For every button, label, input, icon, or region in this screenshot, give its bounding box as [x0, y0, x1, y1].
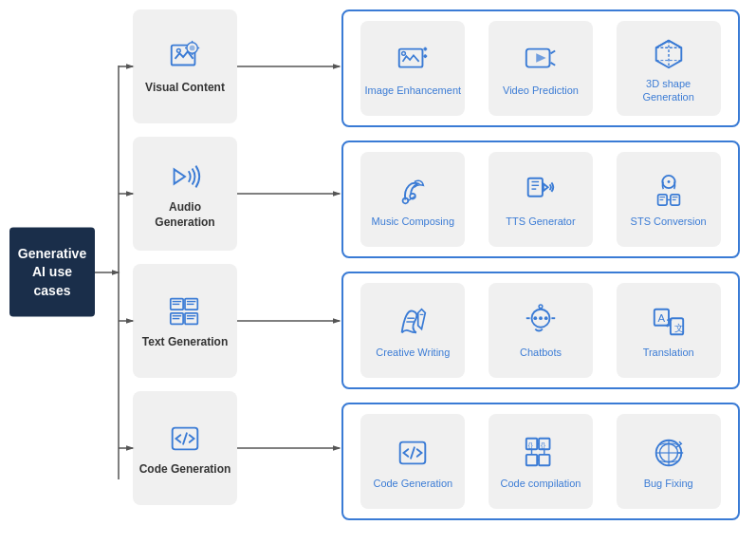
panel-visual: Image Enhancement Video Prediction	[341, 9, 740, 127]
svg-point-1	[176, 49, 180, 53]
label-music: Music Composing	[372, 215, 454, 228]
panel-item-translation: A 文 Translation	[617, 283, 721, 378]
video-pred-icon	[523, 42, 559, 78]
panel-item-sts: STS Conversion	[617, 152, 721, 247]
label-sts: STS Conversion	[631, 215, 707, 228]
panel-text: Creative Writing Chat	[341, 272, 740, 389]
svg-point-58	[539, 305, 543, 309]
panel-item-image-enhance: Image Enhancement	[360, 21, 465, 116]
svg-text:文: 文	[673, 322, 683, 332]
mid-item-code: Code Generation	[133, 391, 237, 505]
mid-label-audio: Audio Generation	[138, 200, 231, 230]
mid-label-code: Code Generation	[139, 462, 231, 478]
mid-label-visual: Visual Content	[145, 81, 225, 96]
label-translation: Translation	[643, 346, 694, 359]
sts-icon	[651, 173, 687, 209]
music-icon	[395, 173, 431, 209]
svg-rect-36	[528, 178, 543, 197]
diagram: GenerativeAI use cases Visual Content	[0, 0, 756, 544]
image-enhance-icon	[395, 42, 431, 78]
chatbots-icon	[523, 304, 559, 340]
creative-icon	[395, 304, 431, 340]
svg-line-22	[183, 434, 187, 444]
code-icon	[167, 421, 203, 457]
code-gen-icon	[395, 435, 431, 471]
label-code-gen: Code Generation	[373, 477, 452, 490]
panel-item-music: Music Composing	[360, 152, 465, 247]
panel-item-video-pred: Video Prediction	[489, 21, 593, 116]
label-3d-shape: 3D shape Generation	[620, 77, 717, 104]
label-video-pred: Video Prediction	[503, 84, 579, 97]
svg-rect-73	[526, 455, 537, 465]
3d-shape-icon	[651, 35, 687, 71]
svg-point-3	[190, 46, 195, 51]
visual-icon	[167, 39, 203, 75]
panel-item-code-gen: Code Generation	[360, 414, 465, 509]
panel-code: Code Generation {} {}	[341, 403, 740, 520]
svg-line-70	[411, 447, 415, 458]
svg-point-55	[539, 316, 543, 320]
svg-rect-74	[539, 455, 549, 465]
svg-marker-40	[544, 183, 548, 191]
svg-text:{}: {}	[528, 441, 534, 449]
svg-line-31	[550, 50, 555, 53]
mid-item-visual: Visual Content	[133, 9, 237, 123]
right-panels: Image Enhancement Video Prediction	[341, 9, 740, 520]
tts-icon	[523, 173, 559, 209]
label-code-compile: Code compilation	[500, 477, 581, 490]
panel-item-creative: Creative Writing	[360, 283, 465, 378]
mid-item-text: Text Generation	[133, 264, 237, 378]
audio-icon	[167, 159, 203, 195]
code-compile-icon: {} {}	[523, 435, 559, 471]
label-chatbots: Chatbots	[520, 346, 562, 359]
label-bug-fix: Bug Fixing	[644, 477, 693, 490]
main-label: GenerativeAI use cases	[18, 244, 86, 300]
svg-marker-30	[536, 53, 545, 63]
main-box: GenerativeAI use cases	[9, 227, 95, 317]
svg-point-42	[667, 180, 670, 183]
svg-point-24	[402, 51, 406, 55]
mid-item-audio: Audio Generation	[133, 137, 237, 251]
label-creative: Creative Writing	[376, 346, 450, 359]
svg-marker-8	[175, 170, 185, 184]
svg-text:{}: {}	[541, 441, 546, 449]
panel-item-code-compile: {} {} Code compilation	[489, 414, 593, 509]
panel-item-bug-fix: Bug Fixing	[617, 414, 721, 509]
panel-audio: Music Composing TTS Generator	[341, 141, 740, 258]
middle-column: Visual Content Audio Generation	[133, 9, 247, 505]
svg-text:A: A	[657, 312, 665, 324]
svg-point-56	[544, 316, 548, 320]
bug-fix-icon	[651, 435, 687, 471]
svg-line-32	[550, 63, 555, 66]
panel-item-3d-shape: 3D shape Generation	[617, 21, 721, 116]
text-icon	[167, 293, 203, 329]
svg-point-54	[533, 316, 537, 320]
label-tts: TTS Generator	[506, 215, 575, 228]
panel-item-tts: TTS Generator	[489, 152, 593, 247]
translation-icon: A 文	[651, 304, 687, 340]
mid-label-text: Text Generation	[142, 335, 228, 350]
label-image-enhance: Image Enhancement	[365, 84, 462, 97]
svg-marker-68	[665, 324, 668, 328]
panel-item-chatbots: Chatbots	[489, 283, 593, 378]
